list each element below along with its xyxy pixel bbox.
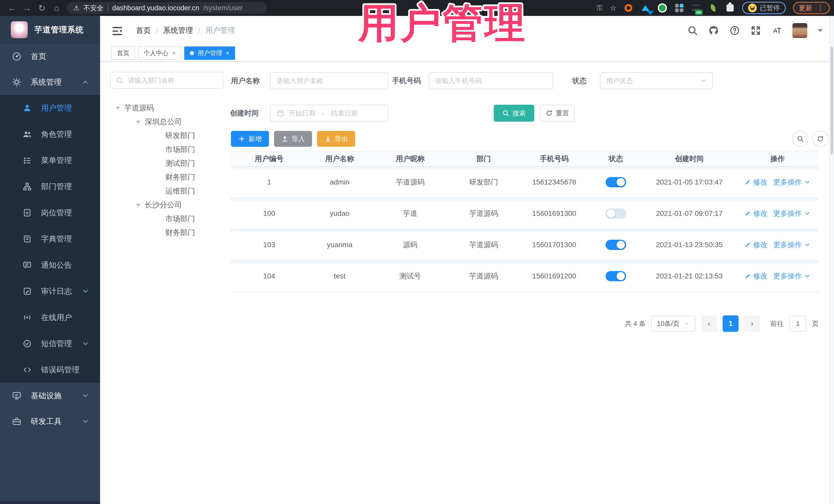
- import-button[interactable]: 导入: [274, 131, 312, 147]
- search-button[interactable]: 搜索: [494, 105, 534, 122]
- reset-button[interactable]: 重置: [540, 105, 575, 122]
- dept-search-input[interactable]: 请输入部门名称: [110, 72, 223, 89]
- show-search-toggle-button[interactable]: [792, 131, 808, 147]
- browser-update-chip[interactable]: 更新 ⋮: [793, 2, 830, 14]
- fullscreen-icon[interactable]: [750, 25, 761, 36]
- caret-down-icon[interactable]: [136, 204, 140, 209]
- tree-node[interactable]: 运维部门: [110, 184, 228, 198]
- tree-node[interactable]: 研发部门: [110, 129, 228, 143]
- extension-gem-icon[interactable]: [640, 3, 650, 13]
- tab-user-management[interactable]: 用户管理 ×: [184, 46, 235, 60]
- breadcrumb-home[interactable]: 首页: [136, 25, 151, 36]
- app-title: 芋道管理系统: [35, 24, 84, 35]
- close-icon[interactable]: ×: [226, 50, 229, 56]
- sidebar-item-roles[interactable]: 角色管理: [0, 121, 100, 147]
- menu-list-icon: [23, 156, 32, 165]
- date-range-input[interactable]: 开始日期 - 结束日期: [270, 105, 388, 122]
- browser-home-icon[interactable]: ⌂: [49, 3, 64, 13]
- extensions-puzzle-icon[interactable]: [725, 3, 735, 13]
- browser-back-icon[interactable]: ←: [5, 3, 20, 13]
- status-select[interactable]: 用户状态: [600, 72, 713, 89]
- address-bar[interactable]: ⚠ 不安全 dashboard.yudao.iocoder.cn /system…: [67, 2, 267, 14]
- browser-reload-icon[interactable]: ↻: [35, 3, 49, 13]
- edit-link[interactable]: 修改: [744, 177, 768, 187]
- browser-forward-icon[interactable]: →: [20, 3, 35, 13]
- sidebar-item-error-codes[interactable]: 错误码管理: [0, 357, 100, 383]
- extension-list-icon[interactable]: on: [691, 3, 701, 13]
- sidebar-item-home[interactable]: 首页: [0, 44, 100, 69]
- tree-node[interactable]: 财务部门: [110, 226, 228, 240]
- status-toggle[interactable]: [606, 240, 626, 250]
- user-caret-icon[interactable]: [817, 29, 823, 35]
- refresh-table-button[interactable]: [812, 131, 828, 147]
- page-size-select[interactable]: 10条/页: [651, 316, 696, 332]
- password-key-icon[interactable]: ⚿: [597, 4, 602, 12]
- add-button[interactable]: 新增: [231, 131, 269, 147]
- sidebar-item-users[interactable]: 用户管理: [0, 95, 100, 121]
- tree-node[interactable]: 市场部门: [110, 143, 228, 156]
- sidebar-item-dev-tools[interactable]: 研发工具: [0, 409, 100, 434]
- github-icon[interactable]: [708, 25, 719, 36]
- extension-orange-icon[interactable]: [623, 3, 633, 13]
- caret-down-icon[interactable]: [115, 107, 120, 112]
- window-scrollbar[interactable]: [829, 16, 834, 504]
- close-icon[interactable]: ×: [172, 50, 176, 56]
- tab-profile[interactable]: 个人中心 ×: [138, 46, 181, 60]
- next-page-button[interactable]: ›: [744, 315, 760, 332]
- extension-grid-icon[interactable]: [674, 3, 684, 13]
- tree-node[interactable]: 财务部门: [110, 170, 228, 184]
- profile-paused-chip[interactable]: 已暂停: [742, 2, 786, 14]
- tree-node[interactable]: 测试部门: [110, 156, 228, 170]
- mobile-input[interactable]: 请输入手机号码: [429, 72, 553, 89]
- tree-node[interactable]: 市场部门: [110, 212, 228, 226]
- app-logo[interactable]: 芋道管理系统: [0, 16, 100, 44]
- tree-node[interactable]: 芋道源码: [110, 101, 228, 115]
- status-toggle[interactable]: [606, 271, 626, 281]
- export-button[interactable]: 导出: [317, 131, 355, 147]
- book-icon: [23, 234, 32, 243]
- sidebar-item-notice[interactable]: 通知公告: [0, 252, 100, 278]
- prev-page-button[interactable]: ‹: [701, 315, 717, 332]
- edit-link[interactable]: 修改: [744, 209, 768, 218]
- tree-node[interactable]: 深圳总公司: [110, 115, 228, 129]
- breadcrumb-system[interactable]: 系统管理: [163, 25, 193, 36]
- page-content: 请输入部门名称 芋道源码 深圳总公司 研发部门 市场部门 测试部门 财务部门 运…: [100, 63, 834, 504]
- sidebar-item-menus[interactable]: 菜单管理: [0, 147, 100, 174]
- bookmark-star-icon[interactable]: ☆: [610, 4, 616, 12]
- edit-link[interactable]: 修改: [744, 271, 768, 281]
- briefcase-icon: [12, 416, 22, 426]
- extension-green-icon[interactable]: [657, 3, 667, 13]
- tags-view-bar: 首页 个人中心 × 用户管理 ×: [100, 45, 834, 62]
- browser-menu-kebab-icon[interactable]: ⋮: [817, 5, 824, 10]
- sidebar-item-posts[interactable]: 岗位管理: [0, 200, 100, 226]
- cell-username: admin: [307, 178, 372, 186]
- username-input[interactable]: 请输入用户名称: [270, 72, 388, 89]
- current-page-button[interactable]: 1: [723, 315, 739, 332]
- sidebar-item-dict[interactable]: 字典管理: [0, 226, 100, 252]
- sidebar-item-infrastructure[interactable]: 基础设施: [0, 383, 100, 409]
- sidebar-item-departments[interactable]: 部门管理: [0, 174, 100, 200]
- extension-leaf-icon[interactable]: [708, 3, 718, 13]
- plus-icon: [238, 135, 245, 143]
- help-icon[interactable]: [729, 25, 740, 36]
- scrollbar-thumb[interactable]: [831, 47, 833, 154]
- status-toggle[interactable]: [606, 177, 626, 187]
- status-toggle[interactable]: [606, 209, 626, 219]
- header-search-icon[interactable]: [687, 25, 698, 36]
- sidebar-item-online-users[interactable]: 在线用户: [0, 304, 100, 330]
- more-actions-link[interactable]: 更多操作: [773, 271, 811, 281]
- sidebar-item-sms[interactable]: 短信管理: [0, 330, 100, 357]
- edit-link[interactable]: 修改: [744, 240, 768, 250]
- goto-page-input[interactable]: 1: [789, 316, 806, 332]
- tab-home[interactable]: 首页: [111, 46, 135, 60]
- user-avatar[interactable]: [792, 23, 807, 38]
- sidebar-item-system[interactable]: 系统管理: [0, 69, 100, 95]
- menu-fold-icon[interactable]: [111, 25, 123, 36]
- caret-down-icon[interactable]: [136, 120, 140, 126]
- more-actions-link[interactable]: 更多操作: [773, 177, 811, 187]
- font-size-icon[interactable]: [771, 25, 782, 36]
- more-actions-link[interactable]: 更多操作: [773, 240, 811, 250]
- tree-node[interactable]: 长沙分公司: [110, 198, 228, 212]
- more-actions-link[interactable]: 更多操作: [773, 209, 811, 218]
- sidebar-item-audit-log[interactable]: 审计日志: [0, 278, 100, 304]
